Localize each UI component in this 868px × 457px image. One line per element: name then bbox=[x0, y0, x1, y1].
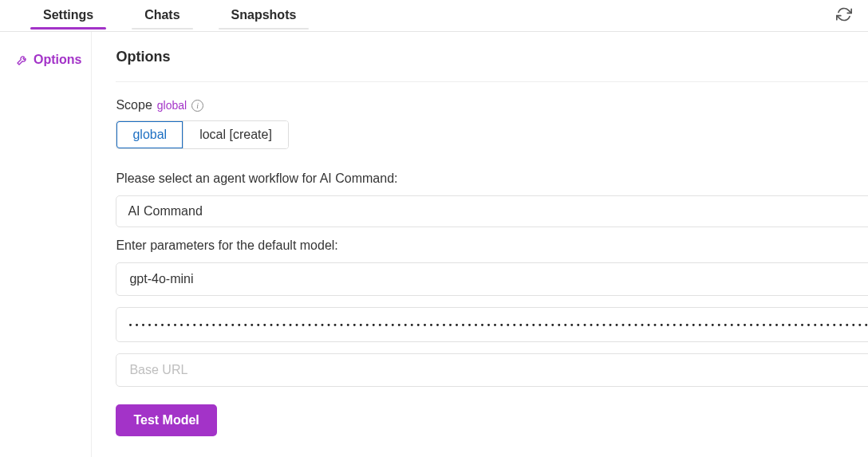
api-key-input-wrapper[interactable]: ••••••••••••••••••••••••••••••••••••••••… bbox=[116, 307, 868, 342]
model-input-wrapper[interactable] bbox=[116, 262, 868, 296]
refresh-button[interactable] bbox=[836, 6, 852, 25]
top-tabbar: Settings Chats Snapshots bbox=[0, 0, 868, 32]
sidebar-item-options[interactable]: Options bbox=[0, 49, 91, 70]
workflow-selected-value: AI Command bbox=[128, 204, 202, 219]
info-icon[interactable]: i bbox=[191, 100, 203, 112]
page-title: Options bbox=[116, 49, 170, 65]
tab-chats[interactable]: Chats bbox=[127, 0, 197, 29]
tab-snapshots[interactable]: Snapshots bbox=[214, 0, 314, 29]
wrench-icon bbox=[16, 53, 29, 66]
scope-local-button[interactable]: local [create] bbox=[183, 121, 288, 148]
base-url-input[interactable] bbox=[128, 362, 868, 378]
base-url-input-wrapper[interactable] bbox=[116, 353, 868, 387]
workflow-label: Please select an agent workflow for AI C… bbox=[116, 171, 868, 186]
scope-label: Scope bbox=[116, 98, 152, 112]
settings-sidebar: Options bbox=[0, 32, 91, 457]
sidebar-item-label: Options bbox=[34, 53, 81, 67]
scope-value: global bbox=[157, 99, 187, 112]
options-panel: Options Scope global i global local [cre… bbox=[91, 32, 868, 457]
tab-settings[interactable]: Settings bbox=[26, 0, 111, 29]
scope-global-button[interactable]: global bbox=[116, 121, 183, 148]
scope-toggle: global local [create] bbox=[116, 120, 288, 149]
test-model-button[interactable]: Test Model bbox=[116, 404, 216, 436]
model-input[interactable] bbox=[128, 271, 868, 287]
params-label: Enter parameters for the default model: bbox=[116, 238, 868, 253]
workflow-select[interactable]: AI Command bbox=[116, 195, 868, 227]
api-key-masked: ••••••••••••••••••••••••••••••••••••••••… bbox=[128, 321, 868, 329]
refresh-icon bbox=[836, 6, 852, 22]
